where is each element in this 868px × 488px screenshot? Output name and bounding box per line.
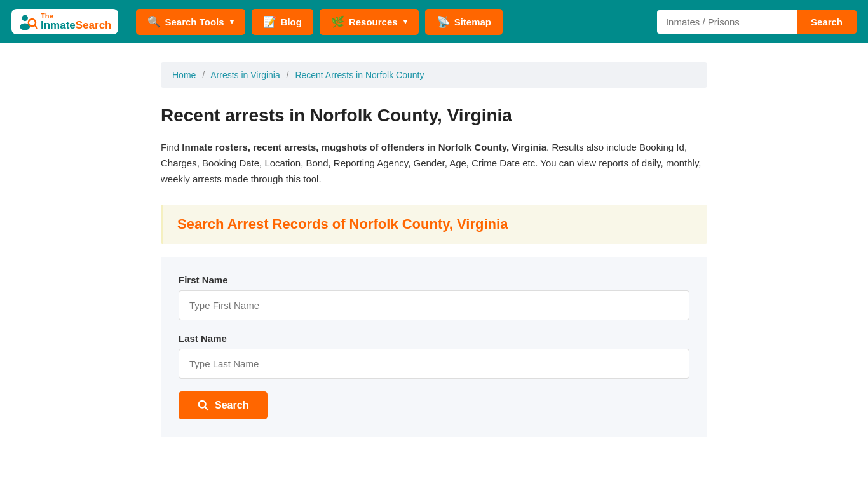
sitemap-button[interactable]: 📡 Sitemap: [425, 9, 503, 35]
last-name-input[interactable]: [179, 349, 689, 379]
breadcrumb-home-link[interactable]: Home: [172, 70, 196, 80]
search-section-title: Search Arrest Records of Norfolk County,…: [177, 216, 693, 233]
blog-button[interactable]: 📝 Blog: [252, 9, 313, 35]
first-name-input[interactable]: [179, 290, 689, 320]
logo-link[interactable]: The InmateSearch: [11, 9, 118, 34]
last-name-group: Last Name: [179, 333, 689, 379]
sitemap-icon: 📡: [437, 15, 450, 29]
first-name-label: First Name: [179, 274, 689, 285]
svg-point-0: [22, 15, 28, 22]
search-tools-label: Search Tools: [165, 17, 224, 27]
page-title: Recent arrests in Norfolk County, Virgin…: [161, 105, 707, 126]
svg-line-3: [34, 25, 37, 29]
search-form-box: First Name Last Name Search: [161, 257, 707, 437]
logo-text: The InmateSearch: [41, 12, 112, 32]
resources-label: Resources: [349, 17, 398, 27]
breadcrumb: Home / Arrests in Virginia / Recent Arre…: [161, 62, 707, 88]
search-submit-button[interactable]: Search: [179, 391, 268, 419]
search-tools-icon: 🔍: [147, 15, 161, 29]
logo-box: The InmateSearch: [11, 9, 118, 34]
last-name-label: Last Name: [179, 333, 689, 344]
nav-search-input[interactable]: [657, 10, 797, 34]
breadcrumb-sep-2: /: [287, 70, 289, 80]
search-tools-caret-icon: ▾: [230, 18, 234, 26]
blog-label: Blog: [281, 17, 302, 27]
search-submit-icon: [198, 400, 209, 411]
search-submit-label: Search: [215, 400, 248, 411]
nav-search-button-label: Search: [811, 17, 843, 27]
resources-caret-icon: ▾: [403, 18, 407, 26]
logo-icon: [18, 11, 38, 32]
breadcrumb-arrests-va-link[interactable]: Arrests in Virginia: [210, 70, 280, 80]
svg-line-5: [205, 407, 208, 410]
breadcrumb-current-link[interactable]: Recent Arrests in Norfolk County: [295, 70, 424, 80]
navbar: The InmateSearch 🔍 Search Tools ▾ 📝 Blog…: [0, 0, 868, 43]
blog-icon: 📝: [263, 15, 276, 29]
breadcrumb-sep-1: /: [202, 70, 205, 80]
search-section-header: Search Arrest Records of Norfolk County,…: [161, 205, 707, 244]
description-text: Find Inmate rosters, recent arrests, mug…: [161, 140, 707, 187]
resources-icon: 🌿: [331, 15, 344, 29]
main-content: Home / Arrests in Virginia / Recent Arre…: [148, 43, 720, 463]
description-prefix: Find: [161, 142, 182, 152]
nav-search-area: Search: [657, 10, 857, 34]
resources-button[interactable]: 🌿 Resources ▾: [320, 9, 419, 35]
description-bold: Inmate rosters, recent arrests, mugshots…: [182, 142, 546, 152]
nav-search-button[interactable]: Search: [797, 10, 857, 34]
search-tools-button[interactable]: 🔍 Search Tools ▾: [136, 9, 245, 35]
first-name-group: First Name: [179, 274, 689, 320]
sitemap-label: Sitemap: [454, 17, 491, 27]
